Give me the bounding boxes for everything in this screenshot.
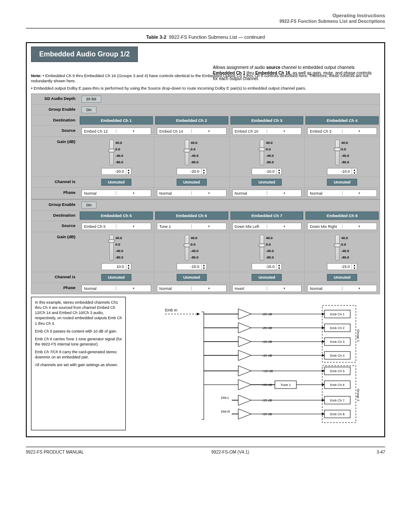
source-select-ch1[interactable]: Embed Ch 12▾ [81,128,151,135]
chevron-down-icon: ▾ [342,129,377,133]
phase-select-ch4[interactable]: Normal▾ [307,190,377,197]
svg-text:Emb Ch 3: Emb Ch 3 [330,340,344,344]
dest-ch7: Embedded Ch 7 [230,212,304,220]
gain-slider-ch3-value[interactable]: -10.0▲▼ [252,168,282,175]
source-select-ch5[interactable]: Embed Ch 5▾ [81,223,151,230]
source-select-ch8[interactable]: Down Mix Right▾ [307,223,377,230]
mute-button-ch1[interactable]: Unmuted [101,179,131,186]
chevron-down-icon: ▾ [342,191,377,195]
svg-text:Emb Ch 5: Emb Ch 5 [330,369,344,373]
gain-slider-ch2[interactable]: 40.00.0-40.0-80.0-20.0▲▼ [157,139,227,175]
gain-slider-ch1[interactable]: 40.00.0-40.0-80.0-20.0▲▼ [81,139,151,175]
gain-slider-ch8-value[interactable]: -15.0▲▼ [327,263,357,270]
phase-select-ch2[interactable]: Normal▾ [157,190,227,197]
gain-slider-ch6[interactable]: 40.00.0-40.0-80.0-15.0▲▼ [157,234,227,270]
header-rule [26,28,385,28]
mute-button-ch6[interactable]: Unmuted [177,274,207,281]
label-destination-2: Destination [31,211,79,221]
label-channelis-2: Channel is [31,272,79,283]
mute-button-ch8[interactable]: Unmuted [327,274,357,281]
phase-select-ch7[interactable]: Invert▾ [232,285,302,292]
group1-enable-button[interactable]: On [81,106,97,113]
dest-ch6: Embedded Ch 6 [155,212,228,220]
mute-button-ch5[interactable]: Unmuted [101,274,131,281]
audio-panel: SD Audio Depth 20 bit Group Enable On De… [31,93,380,294]
chevron-down-icon: ▾ [267,191,301,195]
svg-text:Tone 1: Tone 1 [280,383,291,387]
mute-button-ch4[interactable]: Unmuted [327,179,357,186]
chevron-down-icon: ▾ [267,129,301,133]
page-footer: 9922-FS PRODUCT MANUAL 9922-FS-OM (V4.1)… [26,450,385,454]
sd-depth-button[interactable]: 20 bit [81,96,101,103]
footer-left: 9922-FS PRODUCT MANUAL [26,450,84,454]
svg-text:DM-L: DM-L [221,396,230,400]
source-select-ch7[interactable]: Down Mix Left▾ [232,223,302,230]
spinner-icon[interactable]: ▲▼ [126,168,131,174]
chevron-down-icon: ▾ [116,129,150,133]
chevron-down-icon: ▾ [267,286,301,290]
svg-text:Emb Ch 8: Emb Ch 8 [330,412,344,416]
table-caption: Table 3-2 9922-FS Function Submenu List … [26,34,385,40]
header-line1: Operating Instructions [333,13,385,18]
dest-ch1: Embedded Ch 1 [80,116,153,124]
gain-slider-ch7[interactable]: 40.00.0-40.0-80.0-15.0▲▼ [232,234,302,270]
footer-mid: 9922-FS-OM (V4.1) [212,450,249,454]
gain-slider-ch8[interactable]: 40.00.0-40.0-80.0-15.0▲▼ [307,234,377,270]
chevron-down-icon: ▾ [267,224,301,228]
chevron-down-icon: ▾ [116,191,150,195]
label-group-enable-1: Group Enable [31,105,79,115]
dest-ch5: Embedded Ch 5 [80,212,153,220]
svg-text:Group 2: Group 2 [356,389,360,401]
mute-button-ch3[interactable]: Unmuted [252,179,282,186]
gain-slider-ch4-value[interactable]: -10.0▲▼ [327,168,357,175]
gain-slider-ch1-value[interactable]: -20.0▲▼ [101,168,131,175]
spinner-icon[interactable]: ▲▼ [276,168,281,174]
label-group-enable-2: Group Enable [31,200,79,210]
label-phase-2: Phase [31,283,79,294]
spinner-icon[interactable]: ▲▼ [201,168,206,174]
phase-select-ch6[interactable]: Normal▾ [157,285,227,292]
label-gain-2: Gain (dB) [31,232,79,272]
chevron-down-icon: ▾ [191,129,226,133]
label-source-1: Source [31,126,79,137]
source-select-ch6[interactable]: Tone 1▾ [157,223,227,230]
svg-text:Group 1: Group 1 [356,330,360,342]
spinner-icon[interactable]: ▲▼ [352,264,357,270]
gain-slider-ch5-value[interactable]: 10.0▲▼ [101,263,131,270]
phase-select-ch1[interactable]: Normal▾ [81,190,151,197]
source-select-ch3[interactable]: Embed Ch 10▾ [232,128,302,135]
footer-right: 3-47 [377,450,385,454]
footer-rule [26,447,385,447]
group2-enable-button[interactable]: On [81,202,97,208]
gain-slider-ch4[interactable]: 40.00.0-40.0-80.0-10.0▲▼ [307,139,377,175]
gain-slider-ch7-value[interactable]: -15.0▲▼ [252,263,282,270]
spinner-icon[interactable]: ▲▼ [276,264,281,270]
gain-slider-ch2-value[interactable]: -20.0▲▼ [177,168,207,175]
phase-select-ch3[interactable]: Normal▾ [232,190,302,197]
gain-slider-ch3[interactable]: 40.00.0-40.0-80.0-10.0▲▼ [232,139,302,175]
gain-slider-ch5[interactable]: 40.00.0-40.0-80.010.0▲▼ [81,234,151,270]
svg-text:DM-R: DM-R [221,410,230,414]
chevron-down-icon: ▾ [342,286,377,290]
label-phase-1: Phase [31,188,79,199]
source-select-ch2[interactable]: Embed Ch 14▾ [157,128,227,135]
chevron-down-icon: ▾ [116,224,150,228]
label-sd-depth: SD Audio Depth [31,94,79,104]
submenu-description: Allows assignment of audio source channe… [213,65,377,81]
dest-ch8: Embedded Ch 8 [305,212,379,220]
mute-button-ch7[interactable]: Unmuted [252,274,282,281]
label-source-2: Source [31,221,79,232]
gain-slider-ch6-value[interactable]: -15.0▲▼ [177,263,207,270]
spinner-icon[interactable]: ▲▼ [352,168,357,174]
submenu-tab[interactable]: Embedded Audio Group 1/2 [31,47,138,62]
spinner-icon[interactable]: ▲▼ [126,264,131,270]
diagram-caption-box: In this example, stereo embedded channel… [31,297,126,430]
spinner-icon[interactable]: ▲▼ [201,264,206,270]
signal-diagram: Emb In Group 1 Group 2 -20 dBEmb Ch 1-20… [131,297,380,430]
source-select-ch4[interactable]: Embed Ch 3▾ [307,128,377,135]
phase-select-ch8[interactable]: Normal▾ [307,285,377,292]
mute-button-ch2[interactable]: Unmuted [177,179,207,186]
phase-select-ch5[interactable]: Normal▾ [81,285,151,292]
svg-text:Emb Ch 6: Emb Ch 6 [330,383,344,387]
chevron-down-icon: ▾ [191,224,226,228]
